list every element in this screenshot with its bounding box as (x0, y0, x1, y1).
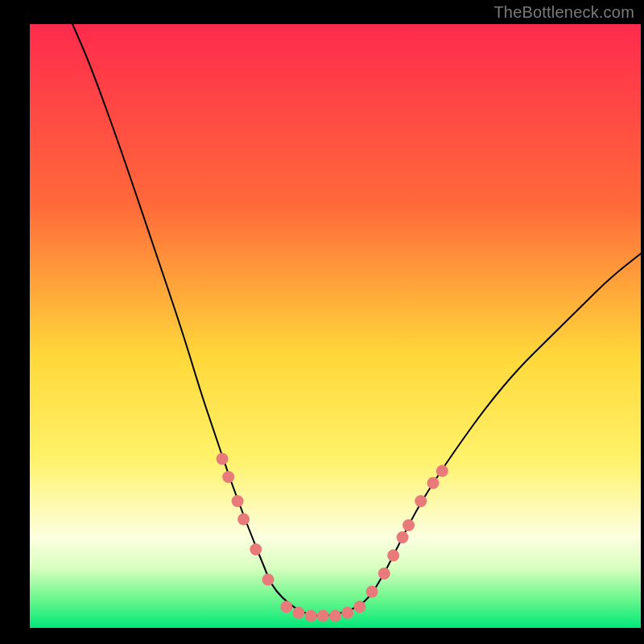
curve-marker (387, 550, 399, 562)
curve-marker (237, 514, 250, 526)
curve-marker (232, 495, 244, 507)
curve-marker (402, 519, 415, 531)
curve-marker (262, 574, 275, 586)
plot-frame (641, 0, 644, 644)
curve-marker (436, 465, 448, 477)
curve-marker (222, 471, 234, 483)
curve-marker (415, 495, 427, 507)
plot-frame (0, 628, 644, 644)
curve-marker (396, 531, 408, 543)
curve-marker (427, 477, 439, 489)
curve-marker (317, 610, 329, 622)
plot-frame (0, 0, 30, 644)
curve-marker (217, 453, 229, 465)
watermark-text: TheBottleneck.com (493, 3, 634, 22)
curve-marker (341, 607, 353, 619)
chart-canvas (0, 0, 644, 644)
curve-marker (378, 568, 390, 580)
curve-marker (329, 610, 341, 622)
curve-marker (366, 586, 378, 598)
curve-marker (250, 543, 262, 555)
plot-background (30, 24, 641, 628)
curve-marker (292, 607, 304, 619)
curve-marker (305, 610, 317, 622)
chart-stage: TheBottleneck.com (0, 0, 644, 644)
curve-marker (280, 601, 292, 613)
curve-marker (353, 601, 365, 613)
